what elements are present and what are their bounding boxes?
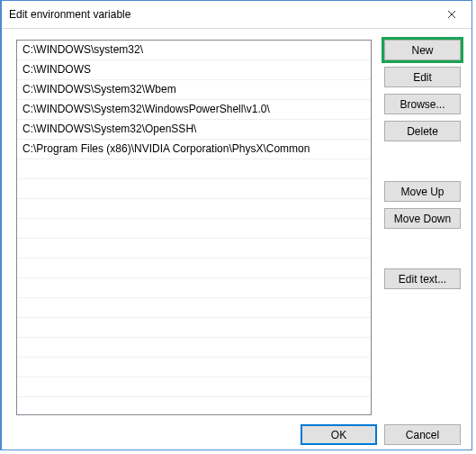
list-item[interactable] bbox=[17, 159, 371, 179]
close-icon bbox=[447, 7, 456, 22]
list-item[interactable] bbox=[17, 358, 371, 377]
window-title: Edit environment variable bbox=[2, 8, 130, 21]
browse-button[interactable]: Browse... bbox=[384, 94, 461, 114]
list-item[interactable] bbox=[17, 318, 371, 338]
edit-button[interactable]: Edit bbox=[384, 67, 461, 87]
cancel-button[interactable]: Cancel bbox=[384, 424, 461, 445]
list-item[interactable]: C:\WINDOWS\System32\Wbem bbox=[17, 80, 371, 100]
new-button[interactable]: New bbox=[384, 40, 461, 60]
spacer bbox=[384, 148, 461, 175]
move-down-button[interactable]: Move Down bbox=[384, 208, 461, 229]
list-item[interactable] bbox=[17, 199, 371, 219]
close-button[interactable] bbox=[431, 1, 472, 28]
list-item[interactable] bbox=[17, 219, 371, 239]
list-item[interactable]: C:\Program Files (x86)\NVIDIA Corporatio… bbox=[17, 140, 371, 159]
footer: OK Cancel bbox=[2, 415, 472, 450]
side-buttons: New Edit Browse... Delete Move Up Move D… bbox=[384, 40, 461, 415]
list-item[interactable] bbox=[17, 298, 371, 318]
list-item[interactable] bbox=[17, 179, 371, 199]
list-item[interactable]: C:\WINDOWS\System32\OpenSSH\ bbox=[17, 120, 371, 140]
spacer bbox=[384, 235, 461, 262]
list-item[interactable] bbox=[17, 239, 371, 259]
move-up-button[interactable]: Move Up bbox=[384, 181, 461, 202]
list-item[interactable] bbox=[17, 278, 371, 298]
list-item[interactable] bbox=[17, 338, 371, 358]
edit-text-button[interactable]: Edit text... bbox=[384, 268, 461, 289]
list-item[interactable]: C:\WINDOWS\system32\ bbox=[17, 41, 371, 60]
list-item[interactable]: C:\WINDOWS\System32\WindowsPowerShell\v1… bbox=[17, 100, 371, 120]
ok-button[interactable]: OK bbox=[301, 424, 377, 445]
client-area: C:\WINDOWS\system32\ C:\WINDOWS C:\WINDO… bbox=[2, 29, 472, 415]
path-listbox[interactable]: C:\WINDOWS\system32\ C:\WINDOWS C:\WINDO… bbox=[16, 40, 372, 415]
list-item[interactable] bbox=[17, 397, 371, 415]
list-item[interactable]: C:\WINDOWS bbox=[17, 60, 371, 80]
delete-button[interactable]: Delete bbox=[384, 121, 461, 141]
edit-env-var-window: Edit environment variable C:\WINDOWS\sys… bbox=[0, 0, 472, 450]
list-item[interactable] bbox=[17, 377, 371, 397]
titlebar: Edit environment variable bbox=[2, 1, 472, 29]
list-item[interactable] bbox=[17, 259, 371, 278]
